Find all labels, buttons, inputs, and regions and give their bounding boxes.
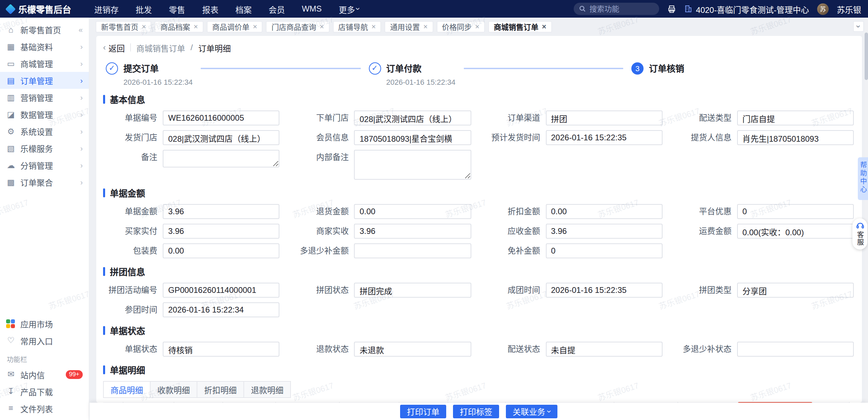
tab-store-product-query[interactable]: 门店商品查询× (266, 21, 330, 32)
sidebar-item-messages[interactable]: ✉ 站内信 99+ (0, 366, 89, 383)
tab-general-settings[interactable]: 通用设置× (384, 21, 433, 32)
pickup-person-input[interactable] (737, 130, 854, 145)
menu-item-more[interactable]: 更多› (339, 3, 360, 15)
related-business-button[interactable]: 关联业务› (506, 404, 557, 418)
join-group-time-input[interactable] (163, 302, 280, 317)
avatar[interactable]: 苏 (817, 3, 829, 15)
collapse-sidebar-icon[interactable]: « (79, 25, 83, 34)
return-amount-input[interactable] (354, 204, 471, 219)
close-icon[interactable]: × (253, 22, 257, 31)
detail-tab-products[interactable]: 商品明细 (103, 381, 151, 398)
sidebar-item-favorites[interactable]: ♡ 常用入口 (0, 332, 89, 349)
tab-store-navigation[interactable]: 店铺导航× (333, 21, 381, 32)
remark-textarea[interactable] (163, 150, 280, 167)
printer-icon[interactable] (668, 4, 676, 13)
order-doc-icon: ▤ (6, 76, 16, 85)
sidebar-item-home[interactable]: ⌂ 新零售首页 « (0, 21, 89, 38)
field-label: 发货门店 (104, 130, 163, 145)
close-icon[interactable]: × (423, 22, 428, 31)
order-status-input[interactable] (163, 342, 280, 357)
detail-tab-payments[interactable]: 收款明细 (150, 381, 197, 398)
help-center-tab[interactable]: 帮助中心 (858, 157, 868, 200)
tab-price-sync[interactable]: 价格同步× (436, 21, 485, 32)
app-logo[interactable]: 乐檬零售后台 (7, 2, 71, 15)
section-title-basic-info: 基本信息 (103, 93, 855, 106)
close-icon[interactable]: × (372, 22, 376, 31)
sidebar-item-file-list[interactable]: ≡ 文件列表 (0, 400, 89, 417)
group-formed-time-input[interactable] (546, 283, 663, 298)
close-icon[interactable]: × (142, 22, 146, 31)
tab-product-archive[interactable]: 商品档案× (155, 21, 203, 32)
menu-item-wholesale[interactable]: 批发 (136, 3, 152, 15)
member-info-input[interactable] (354, 130, 471, 145)
freight-amount-input[interactable] (737, 224, 854, 239)
order-amount-input[interactable] (163, 204, 280, 219)
order-detail-card: ‹ 返回 商城销售订单 / 订单明细 ✓ 提交订单 (96, 36, 862, 402)
platform-discount-input[interactable] (737, 204, 854, 219)
sidebar-item-app-market[interactable]: 应用市场 (0, 315, 89, 332)
detail-tab-refunds[interactable]: 退款明细 (243, 381, 291, 398)
search-input[interactable] (590, 5, 651, 13)
menu-item-archive[interactable]: 档案 (235, 3, 252, 15)
merchant-received-input[interactable] (354, 224, 471, 239)
sidebar-item-data-management[interactable]: ◪ 数据管理 › (0, 106, 89, 123)
menu-item-wms[interactable]: WMS (302, 4, 322, 14)
refund-supplement-status-input[interactable] (737, 342, 854, 357)
internal-remark-textarea[interactable] (354, 150, 471, 180)
refund-status-input[interactable] (354, 342, 471, 357)
breadcrumb-parent[interactable]: 商城销售订单 (136, 42, 185, 53)
global-search[interactable] (574, 3, 659, 15)
file-list-icon: ≡ (6, 403, 16, 413)
amounts-grid: 单据金额 退货金额 折扣金额 平台优惠 买家实付 商家实收 应收金额 运费金额 … (103, 204, 855, 258)
refund-supplement-amount-input[interactable] (354, 243, 471, 258)
detail-tab-discounts[interactable]: 折扣明细 (197, 381, 244, 398)
menu-item-inventory[interactable]: 进销存 (94, 3, 119, 15)
groupbuy-type-input[interactable] (737, 283, 854, 298)
tabs-dropdown-button[interactable]: › (853, 21, 864, 32)
order-channel-input[interactable] (546, 111, 663, 125)
sidebar-item-marketing[interactable]: ▥ 营销管理 › (0, 89, 89, 106)
sidebar-item-lemon-service[interactable]: ▧ 乐檬服务 › (0, 140, 89, 157)
org-switcher[interactable]: 4020-喜临门零食测试-管理中心 (685, 3, 809, 15)
field-label: 拼团状态 (296, 283, 354, 298)
discount-amount-input[interactable] (546, 204, 663, 219)
back-button[interactable]: ‹ 返回 (103, 42, 125, 53)
chevron-right-icon: › (80, 127, 83, 135)
menu-item-retail[interactable]: 零售 (169, 3, 185, 15)
packaging-fee-input[interactable] (163, 243, 280, 258)
expected-ship-time-input[interactable] (546, 130, 663, 145)
sidebar-item-system-settings[interactable]: ⚙ 系统设置 › (0, 123, 89, 140)
sidebar-item-order-management[interactable]: ▤ 订单管理 › (0, 72, 89, 89)
tab-mall-sales-order[interactable]: 商城销售订单× (488, 21, 552, 32)
page-scrollbar[interactable] (865, 18, 868, 420)
menu-item-member[interactable]: 会员 (269, 3, 285, 15)
delivery-type-input[interactable] (737, 111, 854, 125)
sidebar-item-order-aggregation[interactable]: ▩ 订单聚合 › (0, 174, 89, 191)
user-name[interactable]: 苏乐银 (837, 3, 861, 15)
sidebar-item-product-download[interactable]: ↧ 产品下载 (0, 383, 89, 400)
page-scrollbar-thumb[interactable] (865, 33, 868, 80)
groupbuy-activity-no-input[interactable] (163, 283, 280, 298)
groupbuy-status-input[interactable] (354, 283, 471, 298)
order-number-input[interactable] (163, 111, 280, 125)
field-label: 参团时间 (104, 302, 163, 317)
print-label-button[interactable]: 打印标签 (453, 404, 499, 418)
sidebar-item-mall-management[interactable]: ▭ 商城管理 › (0, 55, 89, 72)
receivable-amount-input[interactable] (546, 224, 663, 239)
shipping-store-input[interactable] (163, 130, 280, 145)
delivery-status-input[interactable] (546, 342, 663, 357)
sidebar-item-distribution[interactable]: ☁ 分销管理 › (0, 157, 89, 174)
order-store-input[interactable] (354, 111, 471, 125)
sidebar-item-basic-data[interactable]: ▦ 基础资料 › (0, 38, 89, 55)
print-order-button[interactable]: 打印订单 (400, 404, 446, 418)
close-icon[interactable]: × (542, 22, 546, 31)
close-icon[interactable]: × (194, 22, 198, 31)
menu-item-report[interactable]: 报表 (202, 3, 218, 15)
close-icon[interactable]: × (475, 22, 479, 31)
tab-price-adjustment[interactable]: 商品调价单× (207, 21, 263, 32)
customer-service-widget[interactable]: 客服 (852, 218, 867, 249)
tab-home[interactable]: 新零售首页× (96, 21, 152, 32)
close-icon[interactable]: × (320, 22, 324, 31)
exempt-supplement-input[interactable] (546, 243, 663, 258)
buyer-paid-input[interactable] (163, 224, 280, 239)
